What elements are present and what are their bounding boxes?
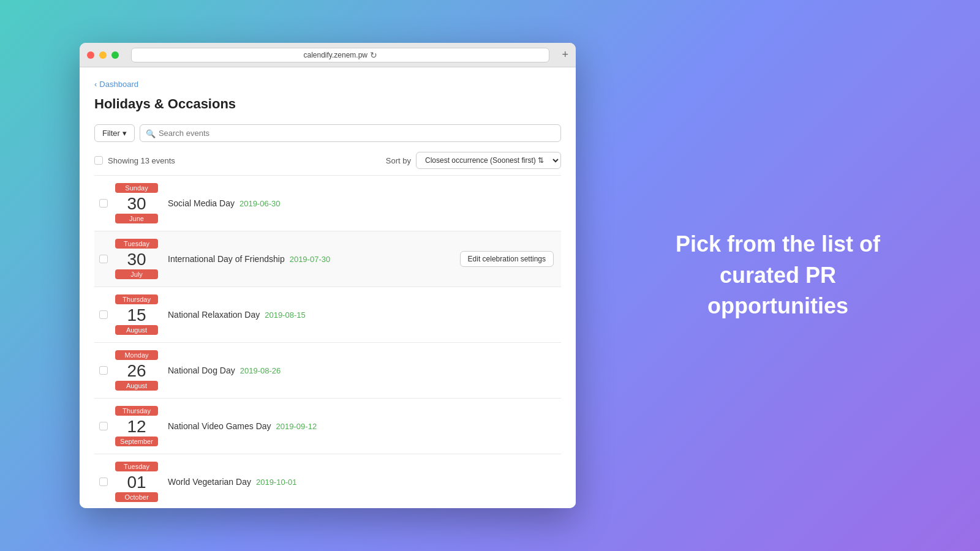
filter-button[interactable]: Filter ▾ (94, 124, 135, 142)
showing-count: Showing 13 events (108, 156, 175, 165)
date-number: 26 (127, 362, 146, 380)
event-name: National Dog Day (168, 365, 235, 375)
promo-text: Pick from the list of curated PR opportu… (662, 229, 894, 321)
page-title: Holidays & Occasions (94, 96, 561, 112)
title-bar: calendify.zenem.pw ↻ + (80, 43, 576, 67)
date-badge: Monday 26 August (115, 350, 158, 391)
month-label: August (115, 381, 158, 391)
date-number: 01 (127, 474, 146, 491)
event-row: Tuesday 30 July International Day of Fri… (94, 231, 561, 287)
event-date-tag: 2019-06-30 (239, 199, 281, 208)
day-label: Monday (115, 350, 158, 360)
filter-arrow-icon: ▾ (123, 129, 127, 138)
breadcrumb[interactable]: ‹ Dashboard (94, 80, 561, 89)
promo-line2: curated PR opportunities (707, 263, 848, 318)
sort-container: Sort by Closest occurrence (Soonest firs… (386, 152, 561, 169)
event-info: World Vegetarian Day 2019-10-01 (168, 477, 556, 487)
filter-label: Filter (102, 129, 120, 138)
event-info: National Video Games Day 2019-09-12 (168, 421, 556, 431)
breadcrumb-label: Dashboard (99, 80, 138, 89)
date-badge: Tuesday 30 July (115, 239, 158, 279)
event-row: Monday 26 August National Dog Day 2019-0… (94, 343, 561, 399)
month-label: September (115, 437, 158, 446)
event-date-tag: 2019-07-30 (290, 255, 331, 264)
event-row: Sunday 30 June Social Media Day 2019-06-… (94, 176, 561, 231)
date-badge: Tuesday 01 October (115, 462, 158, 502)
date-number: 12 (127, 418, 146, 435)
list-header-left: Showing 13 events (94, 156, 175, 165)
day-label: Sunday (115, 183, 158, 193)
search-input[interactable] (140, 124, 561, 142)
new-tab-button[interactable]: + (562, 48, 568, 61)
event-checkbox[interactable] (99, 310, 108, 319)
url-text: calendify.zenem.pw (303, 51, 368, 59)
day-label: Thursday (115, 294, 158, 304)
date-badge: Thursday 15 August (115, 294, 158, 335)
event-checkbox[interactable] (99, 199, 108, 208)
event-name: Social Media Day (168, 198, 235, 208)
date-number: 30 (127, 251, 146, 268)
event-row: Thursday 12 September National Video Gam… (94, 399, 561, 454)
event-date-tag: 2019-08-26 (240, 366, 281, 375)
search-icon: 🔍 (146, 129, 156, 138)
right-panel: Pick from the list of curated PR opportu… (576, 204, 980, 346)
event-info: National Dog Day 2019-08-26 (168, 365, 556, 375)
event-info: Social Media Day 2019-06-30 (168, 198, 556, 208)
minimize-button[interactable] (99, 51, 107, 59)
month-label: August (115, 325, 158, 335)
maximize-button[interactable] (111, 51, 119, 59)
sort-label: Sort by (386, 156, 411, 165)
month-label: October (115, 492, 158, 502)
list-header: Showing 13 events Sort by Closest occurr… (94, 152, 561, 169)
event-date-tag: 2019-09-12 (276, 422, 317, 431)
event-date-tag: 2019-08-15 (265, 310, 306, 320)
date-number: 30 (127, 195, 146, 212)
month-label: July (115, 269, 158, 279)
edit-celebration-button[interactable]: Edit celebration settings (460, 251, 554, 267)
day-label: Tuesday (115, 462, 158, 471)
event-name: National Video Games Day (168, 421, 271, 431)
promo-line1: Pick from the list of (676, 231, 880, 257)
browser-window: calendify.zenem.pw ↻ + ‹ Dashboard Holid… (80, 43, 576, 508)
event-checkbox[interactable] (99, 478, 108, 486)
date-badge: Sunday 30 June (115, 183, 158, 223)
reload-icon[interactable]: ↻ (370, 50, 377, 60)
date-badge: Thursday 12 September (115, 406, 158, 446)
breadcrumb-arrow: ‹ (94, 80, 97, 89)
day-label: Thursday (115, 406, 158, 416)
event-checkbox[interactable] (99, 255, 108, 263)
event-date-tag: 2019-10-01 (256, 478, 297, 487)
toolbar: Filter ▾ 🔍 (94, 124, 561, 142)
sort-select[interactable]: Closest occurrence (Soonest first) ⇅ (416, 152, 561, 169)
event-checkbox[interactable] (99, 422, 108, 430)
event-name: International Day of Friendship (168, 254, 285, 264)
month-label: June (115, 214, 158, 223)
event-name: National Relaxation Day (168, 310, 260, 320)
close-button[interactable] (87, 51, 94, 59)
day-label: Tuesday (115, 239, 158, 249)
select-all-checkbox[interactable] (94, 156, 103, 165)
page-content: ‹ Dashboard Holidays & Occasions Filter … (80, 67, 576, 508)
event-checkbox[interactable] (99, 366, 108, 375)
event-info: National Relaxation Day 2019-08-15 (168, 310, 556, 320)
event-row: Thursday 15 August National Relaxation D… (94, 287, 561, 343)
date-number: 15 (127, 307, 146, 324)
events-list: Sunday 30 June Social Media Day 2019-06-… (94, 175, 561, 508)
url-bar[interactable]: calendify.zenem.pw ↻ (131, 48, 549, 62)
search-container: 🔍 (140, 124, 561, 142)
event-name: World Vegetarian Day (168, 477, 251, 487)
event-row: Tuesday 01 October World Vegetarian Day … (94, 454, 561, 508)
